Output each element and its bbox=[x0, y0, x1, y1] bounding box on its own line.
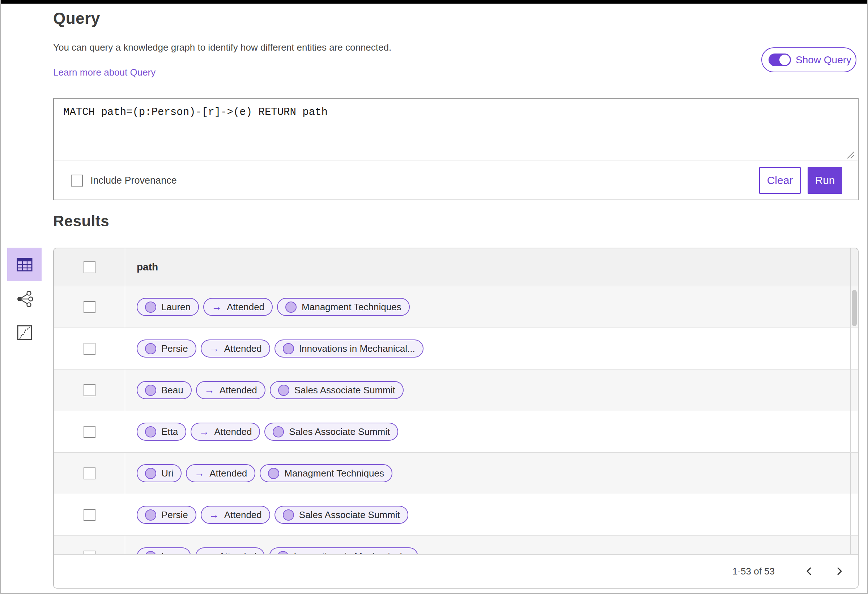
node-circle-icon bbox=[145, 509, 156, 520]
edge-label: Attended bbox=[227, 302, 264, 313]
arrow-right-icon: → bbox=[204, 385, 214, 395]
show-query-label: Show Query bbox=[796, 54, 851, 66]
results-table: path Lauren → Attended Managment Techniq… bbox=[53, 248, 859, 588]
source-node-label: Etta bbox=[161, 426, 178, 438]
row-checkbox[interactable] bbox=[84, 384, 96, 396]
target-node-pill[interactable]: Sales Associate Summit bbox=[264, 423, 398, 441]
include-provenance-checkbox[interactable] bbox=[71, 175, 83, 187]
table-row: Uri → Attended Managment Techniques bbox=[54, 453, 858, 494]
table-icon bbox=[16, 256, 33, 273]
edge-pill[interactable]: → Attended bbox=[196, 381, 266, 399]
page-title: Query bbox=[53, 9, 100, 28]
chart-view-button[interactable] bbox=[7, 323, 41, 342]
target-node-label: Sales Associate Summit bbox=[289, 426, 390, 438]
pagination-bar: 1-53 of 53 bbox=[54, 554, 858, 588]
row-checkbox[interactable] bbox=[84, 426, 96, 438]
target-node-label: Managment Techniques bbox=[284, 468, 384, 479]
edge-pill[interactable]: → Attended bbox=[186, 464, 255, 482]
node-circle-icon bbox=[278, 385, 289, 396]
edge-pill[interactable]: → Attended bbox=[203, 298, 273, 316]
toggle-on-icon[interactable] bbox=[769, 53, 791, 66]
target-node-pill[interactable]: Managment Techniques bbox=[277, 298, 410, 316]
edge-pill[interactable]: → Attended bbox=[195, 547, 265, 554]
row-checkbox-cell bbox=[54, 370, 125, 411]
row-checkbox-cell bbox=[54, 494, 125, 535]
node-circle-icon bbox=[273, 426, 284, 438]
target-node-label: Innovations in Mechanical... bbox=[294, 551, 410, 554]
edge-pill[interactable]: → Attended bbox=[201, 506, 270, 524]
previous-page-button[interactable] bbox=[802, 563, 817, 579]
scrollbar-gutter bbox=[851, 411, 858, 452]
row-checkbox[interactable] bbox=[84, 509, 96, 521]
target-node-label: Managment Techniques bbox=[302, 302, 402, 313]
node-circle-icon bbox=[145, 468, 156, 479]
node-circle-icon bbox=[145, 551, 156, 554]
edge-label: Attended bbox=[210, 468, 247, 479]
source-node-pill[interactable]: Beau bbox=[137, 381, 192, 399]
chart-icon bbox=[17, 325, 32, 340]
results-title: Results bbox=[53, 212, 109, 230]
edge-pill[interactable]: → Attended bbox=[201, 339, 270, 358]
arrow-right-icon: → bbox=[209, 343, 219, 354]
target-node-pill[interactable]: Sales Associate Summit bbox=[270, 381, 404, 399]
node-circle-icon bbox=[145, 385, 156, 396]
row-path-cell: Uri → Attended Managment Techniques bbox=[125, 453, 851, 494]
page-description: You can query a knowledge graph to ident… bbox=[53, 42, 391, 53]
source-node-label: Uri bbox=[161, 468, 173, 479]
target-node-pill[interactable]: Innovations in Mechanical... bbox=[269, 547, 418, 554]
select-all-checkbox[interactable] bbox=[84, 261, 96, 273]
include-provenance-label: Include Provenance bbox=[90, 175, 177, 186]
scrollbar-gutter bbox=[851, 328, 858, 369]
source-node-pill[interactable]: Uri bbox=[137, 464, 182, 482]
node-circle-icon bbox=[145, 343, 156, 354]
vertical-scrollbar-thumb[interactable] bbox=[852, 290, 857, 326]
row-checkbox-cell bbox=[54, 286, 125, 327]
arrow-right-icon: → bbox=[194, 468, 204, 478]
table-view-button[interactable] bbox=[7, 248, 41, 281]
scrollbar-gutter bbox=[851, 248, 858, 286]
learn-more-link[interactable]: Learn more about Query bbox=[53, 67, 155, 78]
node-circle-icon bbox=[285, 302, 297, 313]
node-circle-icon bbox=[278, 551, 289, 554]
target-node-label: Sales Associate Summit bbox=[299, 509, 400, 520]
edge-pill[interactable]: → Attended bbox=[190, 423, 260, 441]
source-node-pill[interactable]: Larry bbox=[137, 547, 191, 554]
resize-handle-icon[interactable] bbox=[845, 150, 855, 160]
run-button[interactable]: Run bbox=[807, 167, 842, 194]
graph-view-button[interactable] bbox=[7, 290, 41, 308]
source-node-pill[interactable]: Persie bbox=[137, 506, 196, 524]
source-node-pill[interactable]: Persie bbox=[137, 339, 196, 358]
node-circle-icon bbox=[283, 343, 294, 354]
header-path-cell: path bbox=[125, 248, 851, 286]
node-circle-icon bbox=[145, 426, 156, 438]
row-path-cell: Lauren → Attended Managment Techniques bbox=[125, 286, 851, 327]
row-path-cell: Beau → Attended Sales Associate Summit bbox=[125, 370, 851, 411]
clear-button[interactable]: Clear bbox=[759, 167, 801, 194]
target-node-pill[interactable]: Innovations in Mechanical... bbox=[275, 339, 424, 358]
target-node-pill[interactable]: Sales Associate Summit bbox=[275, 506, 408, 524]
table-header-row: path bbox=[54, 248, 858, 286]
node-circle-icon bbox=[283, 509, 294, 520]
row-checkbox[interactable] bbox=[84, 301, 96, 313]
query-input[interactable]: MATCH path=(p:Person)-[r]->(e) RETURN pa… bbox=[54, 99, 858, 161]
arrow-right-icon: → bbox=[209, 510, 219, 520]
query-panel: MATCH path=(p:Person)-[r]->(e) RETURN pa… bbox=[53, 98, 859, 200]
target-node-label: Innovations in Mechanical... bbox=[299, 343, 415, 354]
row-checkbox-cell bbox=[54, 536, 125, 554]
edge-label: Attended bbox=[220, 385, 257, 396]
source-node-label: Larry bbox=[161, 551, 183, 554]
show-query-toggle[interactable]: Show Query bbox=[761, 47, 856, 72]
row-checkbox[interactable] bbox=[84, 551, 96, 554]
query-actions-bar: Include Provenance Clear Run bbox=[54, 161, 858, 200]
window-top-bar bbox=[1, 0, 867, 4]
table-row: Larry → Attended Innovations in Mechanic… bbox=[54, 536, 858, 554]
source-node-pill[interactable]: Etta bbox=[137, 423, 186, 441]
target-node-pill[interactable]: Managment Techniques bbox=[260, 464, 393, 482]
row-checkbox-cell bbox=[54, 328, 125, 369]
next-page-button[interactable] bbox=[831, 563, 847, 579]
source-node-pill[interactable]: Lauren bbox=[137, 298, 199, 316]
row-checkbox[interactable] bbox=[84, 343, 96, 355]
arrow-right-icon: → bbox=[204, 551, 214, 554]
row-checkbox[interactable] bbox=[84, 467, 96, 479]
column-header-path: path bbox=[137, 261, 158, 273]
